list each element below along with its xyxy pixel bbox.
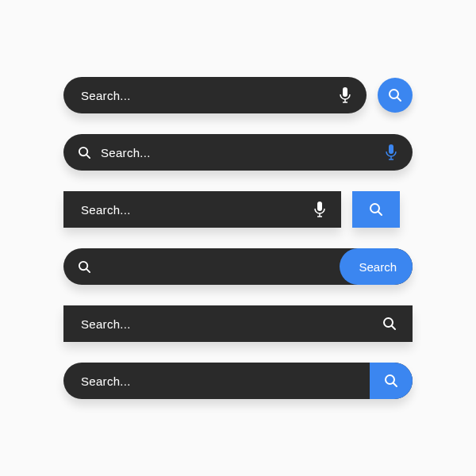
search-bar[interactable]: Search... [63,363,413,399]
search-placeholder: Search... [63,317,382,331]
search-bar[interactable]: Search... [63,134,413,171]
search-variant-5: Search... [63,305,413,342]
search-icon[interactable] [382,317,397,331]
search-bar[interactable]: Search... [63,191,341,228]
search-variant-4: Search [63,248,413,285]
search-variant-3: Search... [63,191,413,228]
mic-icon[interactable] [386,144,397,160]
search-button-label: Search [359,260,397,274]
svg-line-14 [378,212,382,215]
search-bar[interactable]: Search... [63,77,367,113]
search-placeholder: Search... [63,203,314,217]
search-placeholder: Search... [91,146,386,159]
svg-rect-10 [317,202,322,211]
search-placeholder: Search... [63,89,340,102]
search-button[interactable] [370,363,413,399]
search-icon [78,146,91,159]
search-variant-1: Search... [63,77,413,113]
svg-line-20 [393,383,397,386]
search-icon [369,202,383,217]
mic-icon[interactable] [314,202,325,217]
search-variant-6: Search... [63,363,413,399]
svg-line-16 [86,269,90,272]
search-icon [388,88,402,102]
svg-line-4 [397,98,401,101]
search-variant-2: Search... [63,134,413,171]
search-icon [78,260,91,274]
svg-rect-7 [389,144,393,154]
search-button[interactable] [378,78,413,113]
search-bar[interactable]: Search... [63,305,413,342]
svg-rect-0 [343,87,347,97]
svg-line-6 [86,155,90,158]
search-icon [384,374,398,388]
search-button[interactable]: Search [340,248,413,285]
search-button[interactable] [352,191,400,228]
svg-line-18 [392,326,395,329]
mic-icon[interactable] [340,87,351,103]
search-bar[interactable]: Search [63,248,413,285]
search-placeholder: Search... [63,374,413,388]
